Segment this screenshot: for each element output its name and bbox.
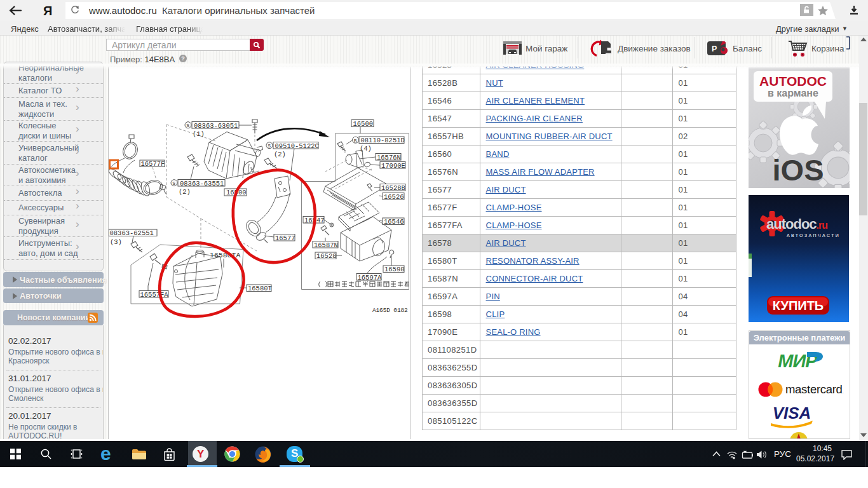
svg-text:AUTODOC: AUTODOC <box>759 74 827 88</box>
svg-text:17090E: 17090E <box>381 162 405 170</box>
svg-text:16528: 16528 <box>316 252 337 260</box>
svg-text:Р: Р <box>712 44 717 53</box>
svg-text:A165D 0182: A165D 0182 <box>372 307 408 314</box>
svg-text:(4): (4) <box>360 145 372 152</box>
svg-text:16576N: 16576N <box>377 154 401 161</box>
svg-text:(1): (1) <box>193 130 205 138</box>
svg-text:iOS: iOS <box>773 153 824 187</box>
svg-text:S: S <box>186 123 189 128</box>
svg-text:16577: 16577 <box>275 234 295 242</box>
svg-text:S: S <box>268 143 271 149</box>
svg-text:08363-63551: 08363-63551 <box>180 180 224 187</box>
svg-text:16557FA: 16557FA <box>140 291 169 299</box>
svg-text:VISA: VISA <box>773 403 811 423</box>
svg-text:B: B <box>354 138 357 144</box>
svg-text:16597A: 16597A <box>358 274 383 281</box>
svg-text:16546: 16546 <box>384 218 404 226</box>
svg-text:08110-8251D: 08110-8251D <box>361 137 405 144</box>
svg-text:16528B: 16528B <box>381 184 405 192</box>
svg-text:(2): (2) <box>274 151 286 158</box>
svg-text:16526: 16526 <box>384 193 404 201</box>
svg-text:08363-63051: 08363-63051 <box>194 122 238 130</box>
svg-text:mastercard.: mastercard. <box>785 383 844 396</box>
svg-text:(3): (3) <box>110 238 122 246</box>
svg-text:16580T: 16580T <box>248 285 272 292</box>
svg-text:16500: 16500 <box>353 120 374 128</box>
svg-text:(2): (2) <box>179 188 191 196</box>
svg-text:16598: 16598 <box>384 266 405 273</box>
svg-text:16587N: 16587N <box>314 241 338 249</box>
svg-text:в кармане: в кармане <box>768 88 818 98</box>
svg-text:16577F: 16577F <box>141 160 165 168</box>
svg-text:КУПИТЬ: КУПИТЬ <box>773 299 824 313</box>
svg-text:08363-62551: 08363-62551 <box>110 229 154 237</box>
svg-text:S: S <box>172 180 175 186</box>
svg-text:autodoc.ru: autodoc.ru <box>766 216 827 232</box>
svg-text:АВТОЗАПЧАСТИ: АВТОЗАПЧАСТИ <box>787 233 840 238</box>
svg-text:09510-5122C: 09510-5122C <box>275 142 319 150</box>
